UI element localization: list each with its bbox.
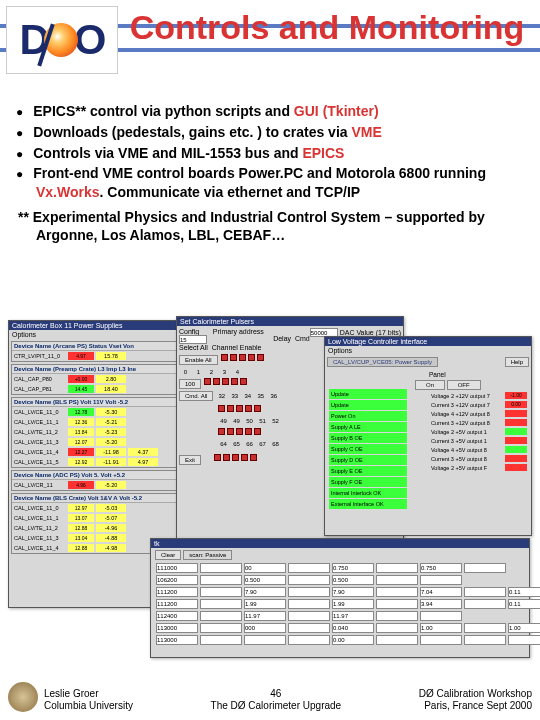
bullet-item: EPICS** control via python scripts and G… (12, 102, 528, 121)
titlebar: tk (151, 539, 529, 548)
titlebar: Set Calorimeter Pulsers (177, 317, 403, 326)
crate-label: CAL_LV/CUP_VCE05: Power Supply (327, 357, 438, 367)
footer-left: Leslie Groer Columbia University (44, 688, 133, 712)
channel-enable-label: Channel Enable (212, 344, 262, 351)
footer: Leslie Groer Columbia University 46 The … (8, 682, 532, 712)
panel-label: Panel (429, 371, 527, 378)
slide-title: Controls and Monitoring (120, 8, 534, 46)
cmd-label: Cmd (295, 335, 310, 342)
config-label: Config (179, 328, 199, 335)
tk-window: tk Clear scan: Passive (150, 538, 530, 658)
enable-all-button[interactable]: Enable All (179, 355, 218, 365)
bullet-item: Front-end VME control boards Power.PC an… (12, 164, 528, 201)
footer-right: DØ Calibration Workshop Paris, France Se… (419, 688, 532, 712)
screenshot-cluster: Calorimeter Box 11 Power Supplies Option… (8, 320, 532, 660)
body-content: EPICS** control via python scripts and G… (12, 102, 528, 245)
menu-options[interactable]: Options (328, 347, 352, 354)
n100-button[interactable]: 100 (179, 379, 201, 389)
titlebar: Low Voltage Controller interface (325, 337, 531, 346)
footnote: ** Experimental Physics and Industrial C… (12, 208, 528, 245)
scan-label: scan: Passive (183, 550, 232, 560)
bullet-item: Controls via VME and MIL-1553 bus and EP… (12, 144, 528, 163)
off-button[interactable]: OFF (447, 380, 481, 390)
dac-label: DAC Value (17 bits) (340, 329, 401, 336)
clear-button[interactable]: Clear (155, 550, 181, 560)
primary-label: Primary address (213, 328, 264, 335)
on-button[interactable]: On (415, 380, 445, 390)
help-button[interactable]: Help (505, 357, 529, 367)
sun-icon (44, 23, 78, 57)
delay-label: Delay (273, 335, 291, 342)
cmdall-button[interactable]: Cmd. All (179, 391, 213, 401)
exit-button[interactable]: Exit (179, 455, 201, 465)
columbia-seal-icon (8, 682, 38, 712)
low-voltage-window: Low Voltage Controller interface Options… (324, 336, 532, 536)
logo-o: O (74, 16, 105, 64)
bullet-item: Downloads (pedestals, gains etc. ) to cr… (12, 123, 528, 142)
d0-logo: D O (6, 6, 118, 74)
footer-center: 46 The DØ Calorimeter Upgrade (133, 688, 419, 712)
config-input[interactable] (179, 335, 207, 344)
selectall-label: Select All (179, 344, 208, 351)
